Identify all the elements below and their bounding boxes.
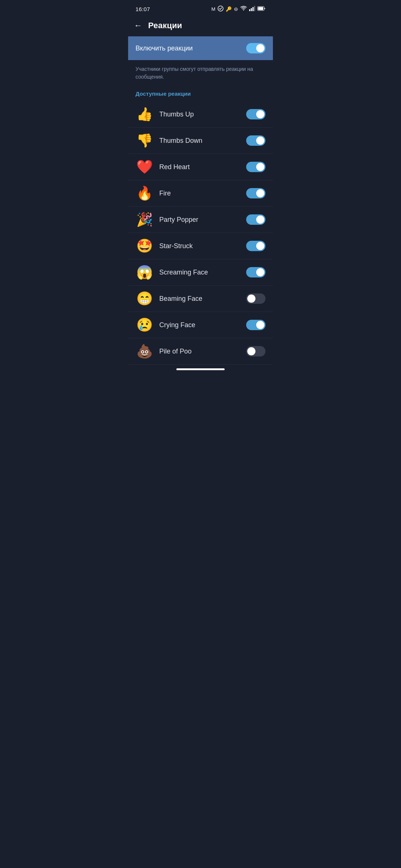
top-bar: ← Реакции [128,16,273,36]
reaction-toggle[interactable] [246,241,265,251]
enable-reactions-toggle[interactable] [246,43,265,53]
home-bar [176,368,225,370]
reaction-toggle[interactable] [246,267,265,277]
enable-reactions-label: Включить реакции [136,45,193,52]
reaction-emoji: 👎 [136,133,153,148]
status-icons: M 🔑 ⊖ [211,6,265,13]
svg-rect-6 [258,7,263,10]
reaction-toggle[interactable] [246,346,265,356]
reaction-emoji: ❤️ [136,159,153,175]
page-title: Реакции [148,21,182,30]
toggle-slider [246,109,265,119]
reaction-name: Pile of Poo [159,348,240,355]
battery-icon [257,6,265,12]
reaction-emoji: 💩 [136,343,153,359]
reaction-toggle[interactable] [246,293,265,304]
reaction-item[interactable]: 👍Thumbs Up [128,101,273,128]
reaction-toggle[interactable] [246,320,265,330]
description-section: Участники группы смогут отправлять реакц… [128,60,273,88]
status-bar: 16:07 M 🔑 ⊖ [128,0,273,16]
reaction-name: Thumbs Down [159,137,240,145]
reaction-emoji: 👍 [136,106,153,122]
back-button[interactable]: ← [134,22,142,30]
status-time: 16:07 [136,6,150,12]
reaction-item[interactable]: 🔥Fire [128,180,273,207]
toggle-slider [246,293,265,304]
reaction-name: Fire [159,190,240,197]
wifi-icon [240,6,247,12]
reaction-item[interactable]: 🎉Party Popper [128,207,273,233]
reaction-name: Thumbs Up [159,111,240,118]
reaction-emoji: 🎉 [136,212,153,227]
reaction-toggle[interactable] [246,214,265,225]
reaction-toggle[interactable] [246,162,265,172]
reaction-name: Party Popper [159,216,240,224]
toggle-slider [246,320,265,330]
reaction-emoji: 😢 [136,317,153,333]
toggle-slider [246,267,265,277]
toggle-slider [246,214,265,225]
svg-rect-3 [252,7,254,11]
reaction-item[interactable]: 👎Thumbs Down [128,128,273,154]
available-reactions-section-label: Доступные реакции [128,88,273,101]
toggle-slider [246,241,265,251]
reaction-item[interactable]: 💩Pile of Poo [128,338,273,365]
reaction-item[interactable]: 😱Screaming Face [128,259,273,286]
svg-rect-1 [249,9,250,11]
reaction-name: Crying Face [159,321,240,329]
reaction-emoji: 😱 [136,264,153,280]
reaction-emoji: 🔥 [136,185,153,201]
enable-reactions-row[interactable]: Включить реакции [128,36,273,60]
home-indicator [128,365,273,372]
reaction-toggle[interactable] [246,188,265,198]
reaction-item[interactable]: 😁Beaming Face [128,286,273,312]
reaction-name: Screaming Face [159,269,240,276]
reaction-name: Red Heart [159,163,240,171]
minus-circle-icon: ⊖ [234,6,238,12]
toggle-slider [246,135,265,146]
reactions-list: 👍Thumbs Up👎Thumbs Down❤️Red Heart🔥Fire🎉P… [128,101,273,365]
reaction-item[interactable]: ❤️Red Heart [128,154,273,180]
mail-icon: M [211,6,215,12]
check-icon [218,6,224,13]
svg-rect-4 [254,6,255,11]
reaction-name: Star-Struck [159,242,240,250]
reaction-name: Beaming Face [159,295,240,303]
reaction-item[interactable]: 🤩Star-Struck [128,233,273,259]
reaction-item[interactable]: 😢Crying Face [128,312,273,338]
toggle-slider [246,162,265,172]
reaction-toggle[interactable] [246,135,265,146]
key-icon: 🔑 [226,6,232,12]
toggle-slider [246,43,265,53]
svg-rect-2 [251,8,252,11]
signal-icon [249,6,255,12]
reaction-emoji: 😁 [136,291,153,306]
toggle-slider [246,188,265,198]
reaction-emoji: 🤩 [136,238,153,254]
description-text: Участники группы смогут отправлять реакц… [136,66,253,80]
svg-point-0 [218,6,223,11]
toggle-slider [246,346,265,356]
reaction-toggle[interactable] [246,109,265,119]
